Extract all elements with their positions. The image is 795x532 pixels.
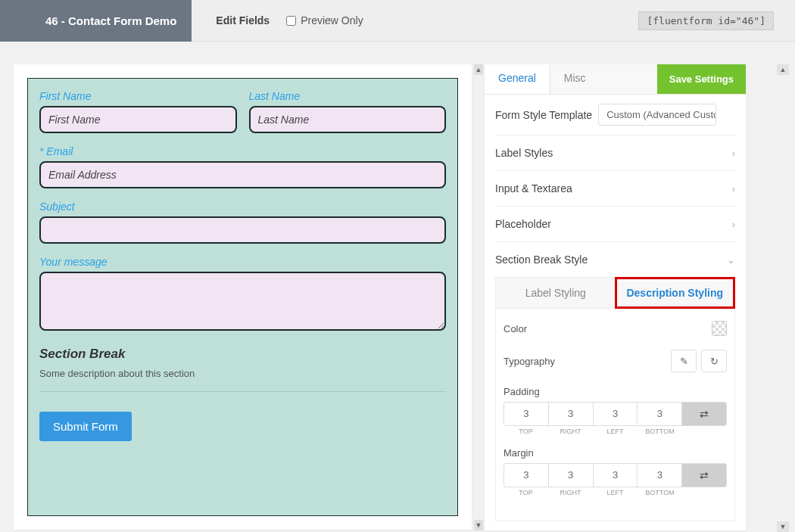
save-settings-button[interactable]: Save Settings <box>657 64 746 94</box>
acc-placeholder[interactable]: Placeholder › <box>495 206 735 241</box>
subtab-description-styling[interactable]: Description Styling <box>616 278 735 308</box>
link-values-icon[interactable]: ⇄ <box>682 464 726 487</box>
email-input[interactable] <box>39 161 446 188</box>
margin-right-input[interactable]: 3 <box>549 464 594 487</box>
chevron-right-icon: › <box>732 148 735 159</box>
acc-input-textarea[interactable]: Input & Textarea › <box>495 170 735 206</box>
message-textarea[interactable] <box>39 272 446 331</box>
subject-label: Subject <box>39 201 446 213</box>
padding-bottom-input[interactable]: 3 <box>638 403 682 425</box>
email-label: * Email <box>39 145 446 157</box>
first-name-input[interactable] <box>39 106 237 133</box>
required-mark: * <box>39 145 43 157</box>
section-break-desc: Some description about this section <box>39 368 446 392</box>
form-preview-pane: ▲ First Name Last Name <box>0 42 485 532</box>
padding-inputs: 3 3 3 3 ⇄ <box>504 402 727 426</box>
scroll-down-icon[interactable]: ▼ <box>777 521 789 532</box>
submit-button[interactable]: Submit Form <box>39 412 132 441</box>
edit-fields-link[interactable]: Edit Fields <box>216 14 270 26</box>
prop-color-label: Color <box>504 323 527 334</box>
right-scrollbar[interactable]: ▲ ▼ <box>777 64 789 532</box>
template-select[interactable]: Custom (Advanced Custom <box>598 104 716 126</box>
chevron-right-icon: › <box>732 219 735 230</box>
acc-label-styles[interactable]: Label Styles › <box>495 135 735 170</box>
link-values-icon[interactable]: ⇄ <box>682 403 726 425</box>
margin-inputs: 3 3 3 3 ⇄ <box>504 463 727 487</box>
scroll-up-icon[interactable]: ▲ <box>474 64 483 75</box>
margin-bottom-input[interactable]: 3 <box>638 464 682 487</box>
padding-left-input[interactable]: 3 <box>594 403 638 425</box>
last-name-input[interactable] <box>249 106 447 133</box>
margin-top-input[interactable]: 3 <box>504 464 549 487</box>
scroll-thumb[interactable] <box>779 75 787 521</box>
color-swatch[interactable] <box>712 321 727 336</box>
scroll-up-icon[interactable]: ▲ <box>777 64 789 75</box>
template-label: Form Style Template <box>495 109 592 121</box>
prop-padding-label: Padding <box>504 386 727 397</box>
chevron-down-icon: ⌄ <box>727 254 735 266</box>
padding-top-input[interactable]: 3 <box>504 403 549 425</box>
preview-only-toggle[interactable]: Preview Only <box>286 14 363 26</box>
shortcode-display[interactable]: [fluentform id="46"] <box>638 11 774 30</box>
first-name-label: First Name <box>39 90 237 102</box>
prop-typo-label: Typography <box>504 356 555 367</box>
padding-right-input[interactable]: 3 <box>549 403 594 425</box>
message-label: Your message <box>39 256 446 268</box>
preview-only-label: Preview Only <box>301 14 363 26</box>
subtab-label-styling[interactable]: Label Styling <box>496 278 616 308</box>
form-area: First Name Last Name * Email <box>27 78 458 516</box>
reset-icon[interactable]: ↻ <box>701 350 727 372</box>
subject-input[interactable] <box>39 216 446 244</box>
last-name-label: Last Name <box>249 90 447 102</box>
page-title: 46 - Contact Form Demo <box>0 0 192 42</box>
prop-margin-label: Margin <box>504 447 727 459</box>
tab-general[interactable]: General <box>485 64 550 94</box>
tab-misc[interactable]: Misc <box>550 64 600 94</box>
acc-section-break-style[interactable]: Section Break Style ⌄ <box>495 241 735 277</box>
edit-icon[interactable]: ✎ <box>671 350 697 372</box>
margin-left-input[interactable]: 3 <box>594 464 638 487</box>
scroll-down-icon[interactable]: ▼ <box>474 520 483 530</box>
top-bar: 46 - Contact Form Demo Edit Fields Previ… <box>0 0 795 42</box>
form-card: First Name Last Name * Email <box>14 64 472 530</box>
preview-only-checkbox[interactable] <box>286 16 296 26</box>
panel-tabs: General Misc Save Settings <box>485 64 746 95</box>
settings-pane: General Misc Save Settings Form Style Te… <box>485 42 795 532</box>
chevron-right-icon: › <box>732 183 735 194</box>
section-break-title: Section Break <box>39 347 446 362</box>
